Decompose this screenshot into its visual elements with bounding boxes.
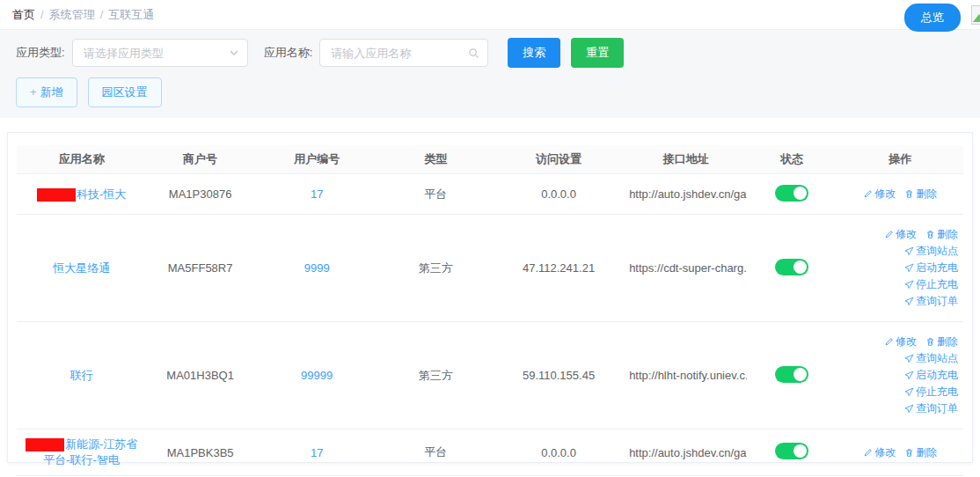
api-url: http://auto.jshdev.cn/ga... — [625, 441, 746, 465]
col-header-actions: 操作 — [837, 146, 963, 172]
broken-image-icon — [971, 5, 980, 25]
send-icon — [904, 263, 914, 273]
add-button[interactable]: +新增 — [16, 77, 77, 107]
delete-icon — [904, 189, 914, 199]
col-header-merchant: 商户号 — [146, 146, 254, 172]
send-icon — [904, 297, 914, 306]
redaction-box — [37, 188, 76, 202]
merchant-no: MA1PBK3B5 — [146, 441, 254, 465]
start-charge-action[interactable]: 启动充电 — [904, 261, 958, 275]
col-header-access: 访问设置 — [492, 146, 625, 172]
search-icon — [468, 48, 479, 59]
panel-gap — [0, 118, 980, 132]
send-icon — [904, 404, 914, 414]
stop-charge-action[interactable]: 停止充电 — [904, 385, 958, 400]
query-orders-action[interactable]: 查询订单 — [904, 401, 958, 416]
table-row: 新能源-江苏省平台-联行-智电 MA1PBK3B5 17 平台 0.0.0.0 … — [17, 429, 963, 476]
app-type: 第三方 — [379, 255, 492, 282]
query-stations-action[interactable]: 查询站点 — [904, 351, 958, 366]
chevron-down-icon — [229, 48, 239, 58]
status-toggle[interactable] — [775, 259, 808, 275]
filter-panel: 应用类型: 应用名称: 搜索 重置 +新增 园区设置 — [0, 30, 980, 118]
col-header-status: 状态 — [747, 146, 837, 172]
breadcrumb-interconnection: 互联互通 — [108, 7, 154, 23]
table-row: 科技-恒大 MA1P30876 17 平台 0.0.0.0 http://aut… — [17, 174, 963, 215]
breadcrumb-separator: / — [100, 8, 104, 21]
send-icon — [904, 354, 914, 363]
app-name-input[interactable] — [320, 47, 487, 60]
redaction-box — [26, 438, 64, 451]
user-no-link[interactable]: 99999 — [301, 369, 333, 382]
stop-charge-action[interactable]: 停止充电 — [904, 277, 958, 292]
app-type-select[interactable] — [72, 39, 248, 67]
edit-icon — [884, 230, 894, 239]
breadcrumb-bar: 首页 / 系统管理 / 互联互通 总览 — [0, 0, 980, 30]
query-orders-action[interactable]: 查询订单 — [904, 294, 958, 309]
col-header-type: 类型 — [379, 146, 492, 172]
edit-icon — [884, 337, 894, 347]
table-header-row: 应用名称 商户号 用户编号 类型 访问设置 接口地址 状态 操作 — [17, 145, 963, 174]
app-name-label: 应用名称: — [264, 45, 313, 61]
edit-action[interactable]: 修改 — [884, 227, 917, 242]
delete-icon — [925, 337, 935, 347]
user-no-link[interactable]: 17 — [311, 187, 323, 201]
delete-action[interactable]: 删除 — [904, 187, 937, 202]
park-settings-button[interactable]: 园区设置 — [88, 77, 162, 107]
breadcrumb-separator: / — [40, 8, 44, 21]
col-header-app-name: 应用名称 — [17, 146, 146, 172]
delete-action[interactable]: 删除 — [904, 445, 937, 460]
table-row: 恒大星络通 MA5FF58R7 9999 第三方 47.112.241.21 h… — [17, 215, 963, 322]
col-header-api-url: 接口地址 — [625, 146, 746, 172]
send-icon — [904, 371, 914, 380]
app-name-field[interactable] — [319, 39, 488, 67]
user-no-link[interactable]: 9999 — [304, 261, 330, 275]
access-setting: 59.110.155.45 — [492, 363, 625, 387]
delete-action[interactable]: 删除 — [925, 334, 958, 349]
api-url: https://cdt-super-charg... — [625, 256, 746, 280]
user-no-link[interactable]: 17 — [311, 446, 323, 459]
send-icon — [904, 246, 914, 256]
status-toggle[interactable] — [775, 185, 808, 202]
delete-icon — [904, 448, 914, 458]
app-name-link[interactable]: 科技-恒大 — [77, 187, 126, 201]
access-setting: 47.112.241.21 — [492, 256, 625, 280]
edit-action[interactable]: 修改 — [884, 334, 917, 349]
access-setting: 0.0.0.0 — [492, 182, 625, 206]
edit-action[interactable]: 修改 — [863, 445, 896, 460]
status-toggle[interactable] — [775, 443, 808, 459]
app-table-panel: 应用名称 商户号 用户编号 类型 访问设置 接口地址 状态 操作 科技-恒大 M… — [7, 132, 973, 463]
query-stations-action[interactable]: 查询站点 — [904, 244, 958, 259]
delete-icon — [925, 230, 935, 239]
app-type: 第三方 — [379, 363, 492, 389]
edit-action[interactable]: 修改 — [863, 187, 896, 202]
app-type: 平台 — [379, 439, 492, 466]
send-icon — [904, 280, 914, 290]
start-charge-action[interactable]: 启动充电 — [904, 368, 958, 383]
send-icon — [904, 387, 914, 397]
merchant-no: MA5FF58R7 — [146, 256, 254, 280]
edit-icon — [863, 189, 873, 199]
merchant-no: MA1P30876 — [146, 182, 254, 206]
search-button[interactable]: 搜索 — [508, 38, 560, 68]
overview-button[interactable]: 总览 — [904, 4, 961, 32]
app-type: 平台 — [379, 181, 492, 208]
app-type-select-input[interactable] — [73, 47, 247, 60]
breadcrumb-system-management[interactable]: 系统管理 — [49, 7, 95, 23]
api-url: http://auto.jshdev.cn/ga... — [625, 182, 746, 206]
app-table: 应用名称 商户号 用户编号 类型 访问设置 接口地址 状态 操作 科技-恒大 M… — [17, 145, 963, 477]
plus-icon: + — [30, 85, 37, 99]
reset-button[interactable]: 重置 — [571, 38, 624, 68]
access-setting: 0.0.0.0 — [492, 441, 625, 465]
app-name-link[interactable]: 恒大星络通 — [53, 261, 110, 275]
table-row: 联行 MA01H3BQ1 99999 第三方 59.110.155.45 htt… — [17, 322, 963, 429]
col-header-user-no: 用户编号 — [254, 146, 379, 172]
app-name-link[interactable]: 联行 — [70, 369, 93, 382]
app-type-label: 应用类型: — [16, 45, 65, 61]
delete-action[interactable]: 删除 — [925, 227, 958, 242]
status-toggle[interactable] — [775, 366, 808, 383]
breadcrumb-home[interactable]: 首页 — [12, 7, 35, 23]
api-url: http://hlht-notify.uniev.c... — [625, 363, 746, 387]
edit-icon — [863, 448, 873, 458]
merchant-no: MA01H3BQ1 — [146, 363, 254, 387]
